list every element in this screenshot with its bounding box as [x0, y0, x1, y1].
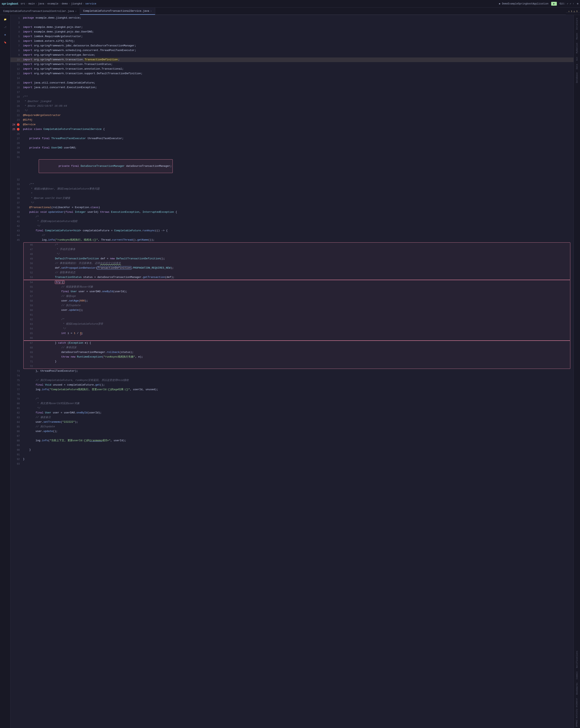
code-line-7: 7 import org.springframework.jdbc.dataso…	[10, 44, 574, 48]
code-line-20: 20 * @date 2022/10/07 16:08:44	[10, 104, 574, 108]
code-line-18: 18 /**	[10, 95, 574, 99]
breadcrumb-nav: src › main › java › example › demo › jia…	[21, 2, 96, 5]
tabs-bar: CompletableFutureTransactionalController…	[0, 8, 580, 15]
sidebar-right: Structure Maven MyBatisX Git Data Databa…	[574, 15, 580, 728]
code-line-30: 30	[10, 150, 574, 155]
code-line-55: 55 // 根据参数查询user对象	[24, 285, 570, 289]
sidebar-label-data[interactable]: Data	[575, 63, 579, 70]
tab-controller-close[interactable]: ✕	[75, 10, 77, 12]
sidebar-label-git[interactable]: Git	[575, 55, 579, 62]
project-icon[interactable]: 📁	[2, 16, 9, 23]
code-line-45: 45 log.info("runAsync线程执行, 线程名:{}", Thre…	[10, 238, 574, 242]
code-line-86: 86 user.update();	[10, 429, 574, 434]
code-line-74: 74	[10, 373, 574, 378]
code-area[interactable]: 1 package example.demo.jiangkd.service; …	[10, 15, 574, 728]
settings-icon[interactable]: ⚙	[577, 2, 578, 5]
logo: springboot	[2, 2, 19, 5]
code-line-23: 23 @Slf4j	[10, 118, 574, 123]
sidebar-label-bookmarks[interactable]: Bookmarks	[575, 681, 579, 696]
code-line-56: 56 final User user = userDAO.oneById(use…	[24, 289, 570, 294]
warning-indicator: ⚠ 1 △ 1	[566, 10, 580, 13]
code-line-26: 26	[10, 132, 574, 136]
code-line-90: 90 }	[10, 448, 574, 452]
code-line-91: 91	[10, 452, 574, 457]
code-line-17: 17	[10, 90, 574, 95]
code-line-52: 52 // 获取事务状态	[24, 270, 570, 275]
code-line-77: 77 log.info("CompletableFuture线程执行, 变更us…	[10, 387, 574, 392]
sidebar-label-bpmnai[interactable]: BPMNAI Activity Animator	[575, 697, 578, 728]
code-line-28: 28	[10, 141, 574, 146]
code-line-29: 29 private final UserDAO userDAO;	[10, 146, 574, 150]
code-line-46: 46 /*	[24, 242, 570, 247]
code-line-59: 59 // 执行update	[24, 303, 570, 308]
nav-java[interactable]: java	[38, 2, 44, 5]
code-line-84: 84 user.setTranmemo("222222");	[10, 420, 574, 424]
code-line-4: 4 import example.demo.jiangkd.pojo.dao.U…	[10, 30, 574, 34]
code-line-13: 13 import org.springframework.transactio…	[10, 71, 574, 76]
code-line-48: 48 */	[24, 252, 570, 257]
code-line-11: 11 import org.springframework.transactio…	[10, 62, 574, 67]
code-line-32: 32	[10, 178, 574, 182]
sidebar-label-notifications[interactable]: Notifications	[575, 650, 579, 669]
code-line-53: 53 TransactionStatus status = dataSource…	[24, 275, 570, 280]
code-line-79: 79 /*	[10, 397, 574, 401]
code-line-93: 93	[10, 462, 574, 466]
nav-jiangkd[interactable]: jiangkd	[71, 2, 82, 5]
code-line-87: 87	[10, 434, 574, 438]
code-line-27: 27 private final ThreadPoolTaskExecutor …	[10, 136, 574, 141]
tab-service[interactable]: CompletableFutureTransactionalService.ja…	[80, 8, 155, 15]
code-line-39: 39 public void updateUser(final Integer …	[10, 210, 574, 214]
nav-src[interactable]: src	[21, 2, 25, 5]
code-line-50: 50 // 事务隔离级别: 开启新事务, 还得在此提交父级事务	[24, 261, 570, 266]
code-line-76: 76 final Void unused = completableFuture…	[10, 383, 574, 387]
code-line-31: 31 private final DataSourceTransactionMa…	[10, 155, 574, 178]
bookmark-icon[interactable]: 🔖	[2, 39, 9, 46]
code-line-63: 63 * 模拟CompletableFuture异常	[24, 322, 570, 327]
code-line-69: 69 dataSourceTransactionManager.rollback…	[24, 350, 570, 355]
top-bar: springboot src › main › java › example ›…	[0, 0, 580, 8]
code-line-2: 2	[10, 20, 574, 25]
code-line-57: 57 // 修改age	[24, 294, 570, 298]
nav-service[interactable]: service	[85, 2, 96, 5]
commit-icon[interactable]: ⎇	[2, 23, 9, 31]
sidebar-label-database[interactable]: Database	[575, 71, 579, 84]
code-line-3: 3 import example.demo.jiangkd.pojo.User;	[10, 25, 574, 30]
sidebar-label-maven[interactable]: Maven	[575, 32, 579, 41]
structure-icon[interactable]: ⊞	[2, 31, 9, 38]
tab-controller-label: CompletableFutureTransactionalController…	[3, 10, 74, 13]
code-line-22: 22 @RequiredArgsConstructor	[10, 113, 574, 118]
sidebar-label-mybatisx[interactable]: MyBatisX	[575, 42, 579, 55]
code-line-21: 21 */	[10, 108, 574, 113]
code-line-14: 14	[10, 76, 574, 81]
code-line-80: 80 * 再次查询userId对应的user对象	[10, 401, 574, 406]
code-line-81: 81 */	[10, 406, 574, 411]
sidebar-label-structure[interactable]: Structure	[575, 17, 579, 31]
code-line-9: 9 import org.springframework.stereotype.…	[10, 53, 574, 57]
code-line-10: 10 import org.springframework.transactio…	[10, 57, 574, 62]
git-status: Git: ✓ ✓ ↑	[560, 2, 574, 5]
code-line-40: 40 /*	[10, 214, 574, 219]
code-line-47: 47 * 手动开启事务	[24, 247, 570, 252]
code-line-37: 37 */	[10, 201, 574, 205]
nav-example[interactable]: example	[47, 2, 58, 5]
code-line-43: 43 final CompletableFuture<Void> complet…	[10, 229, 574, 233]
code-line-6: 6 import lombok.extern.slf4j.Slf4j;	[10, 39, 574, 44]
code-line-34: 34 * 根据id修改User, 测试CompletableFuture事务问题	[10, 187, 574, 191]
code-line-54: 54 try {	[24, 280, 570, 285]
sidebar-label-commit[interactable]: Commit	[575, 670, 579, 681]
code-line-25: 25 🔴 public class CompletableFutureTrans…	[10, 127, 574, 132]
tab-controller[interactable]: CompletableFutureTransactionalController…	[0, 8, 80, 15]
code-line-44: 44 //	[10, 233, 574, 238]
left-gutter: 📁 ⎇ ⊞ 🔖	[0, 15, 10, 728]
code-line-83: 83 // 修改备注	[10, 415, 574, 420]
code-line-70: 70 throw new RuntimeException("runAsync线…	[24, 355, 570, 359]
code-line-92: 92 }	[10, 457, 574, 462]
nav-demo[interactable]: demo	[62, 2, 68, 5]
code-line-72: 72	[24, 364, 570, 369]
tab-service-close[interactable]: ✕	[150, 10, 152, 12]
code-line-73: 73 }, threadPoolTaskExecutor);	[10, 369, 574, 373]
nav-main[interactable]: main	[28, 2, 35, 5]
red-box-1: 46 /* 47 * 手动开启事务 48 */	[23, 242, 570, 280]
code-line-5: 5 import lombok.RequiredArgsConstructor;	[10, 34, 574, 39]
run-button[interactable]: ▶	[551, 2, 557, 6]
